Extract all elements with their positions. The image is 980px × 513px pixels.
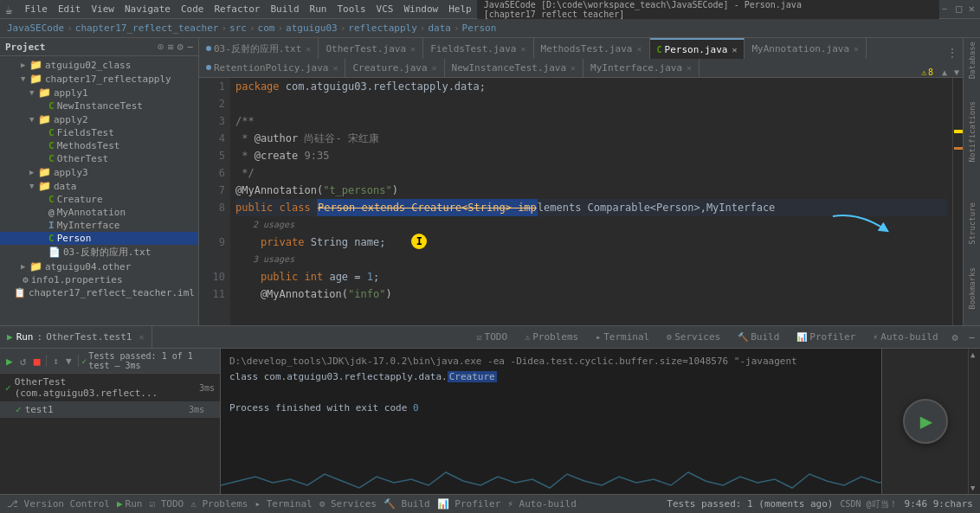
tab-close-icon[interactable]: ✕: [854, 44, 859, 54]
breadcrumb-reflectapply[interactable]: reflectapply: [348, 22, 416, 34]
bottom-tab-services[interactable]: ⚙ Services: [658, 326, 729, 349]
profiler-tab-status[interactable]: 📊 Profiler: [437, 498, 501, 510]
run-filter-btn[interactable]: ▼: [63, 355, 74, 368]
tree-item-othertest[interactable]: C OtherTest: [0, 152, 198, 165]
bottom-minimize-icon[interactable]: −: [964, 331, 980, 343]
tab-close-icon[interactable]: ✕: [410, 44, 416, 54]
menu-view[interactable]: View: [86, 3, 119, 15]
menu-refactor[interactable]: Refactor: [209, 3, 265, 15]
menu-build[interactable]: Build: [265, 3, 304, 15]
tree-item-myinterface[interactable]: I MyInterface: [0, 219, 198, 232]
big-play-button[interactable]: ▶: [903, 399, 948, 444]
menu-run[interactable]: Run: [305, 3, 332, 15]
run-sort-btn[interactable]: ↕: [50, 355, 61, 368]
bottom-tab-profiler[interactable]: 📊 Profiler: [788, 326, 864, 349]
right-sidebar-notifications[interactable]: Notifications: [968, 101, 977, 162]
run-stop-btn[interactable]: ■: [31, 354, 43, 369]
tab-myannotation[interactable]: MyAnnotation.java ✕: [745, 38, 867, 59]
bottom-tab-terminal[interactable]: ▸ Terminal: [587, 326, 658, 349]
tree-item-creature[interactable]: C Creature: [0, 193, 198, 206]
bottom-tab-build[interactable]: 🔨 Build: [729, 326, 788, 349]
build-tab-status[interactable]: 🔨 Build: [384, 498, 430, 510]
run-output[interactable]: D:\develop_tools\JDK\jdk-17.0.2\bin\java…: [221, 349, 881, 494]
sidebar-collapse-icon[interactable]: −: [187, 41, 193, 53]
tab-retentionpolicy[interactable]: RetentionPolicy.java ✕: [199, 59, 345, 77]
run-tab-status[interactable]: ▶ Run: [117, 498, 143, 510]
menu-navigate[interactable]: Navigate: [119, 3, 176, 15]
tab-close-icon[interactable]: ✕: [571, 63, 576, 73]
tab-othertest[interactable]: OtherTest.java ✕: [319, 38, 423, 59]
bottom-tab-todo[interactable]: ☑ TODO: [468, 326, 517, 349]
bottom-tab-autobuild[interactable]: ⚡ Auto-build: [864, 326, 946, 349]
test-item-othertest[interactable]: ✓ OtherTest (com.atguigu03.reflect... 3m…: [0, 374, 220, 401]
right-sidebar-bookmarks[interactable]: Bookmarks: [968, 267, 977, 310]
tab-myinterface[interactable]: MyInterface.java ✕: [583, 59, 700, 77]
tree-item-apply3[interactable]: ▶ 📁 apply3: [0, 165, 198, 179]
code-editor[interactable]: 1 2 3 4 5 6 7 8 . 9 . 10 11 package com.…: [199, 78, 963, 325]
tab-close-icon[interactable]: ✕: [306, 44, 311, 54]
tree-item-apply1[interactable]: ▼ 📁 apply1: [0, 86, 198, 99]
tree-item-methodstest[interactable]: C MethodsTest: [0, 139, 198, 152]
menu-vcs[interactable]: VCS: [371, 3, 399, 15]
scroll-down-icon[interactable]: ▼: [951, 67, 963, 77]
sidebar-layout-icon[interactable]: ≡: [167, 41, 173, 53]
breadcrumb-javasecode[interactable]: JavaSECode: [7, 22, 64, 34]
tree-item-person[interactable]: C Person: [0, 232, 198, 245]
tree-item-fieldstest[interactable]: C FieldsTest: [0, 126, 198, 139]
tab-newinstancetest[interactable]: NewInstanceTest.java ✕: [445, 59, 583, 77]
tree-item-iml[interactable]: 📋 chapter17_reflect_teacher.iml: [0, 286, 198, 299]
tab-creature[interactable]: Creature.java ✕: [345, 59, 444, 77]
sidebar-sync-icon[interactable]: ⊙: [158, 41, 164, 53]
scroll-up-icon[interactable]: ▲: [938, 67, 951, 77]
scroll-down-icon[interactable]: ▼: [970, 484, 978, 492]
todo-tab-status[interactable]: ☑ TODO: [149, 498, 184, 510]
tab-person-active[interactable]: C Person.java ✕: [650, 38, 745, 59]
scroll-up-icon[interactable]: ▲: [970, 350, 978, 359]
menu-tools[interactable]: Tools: [332, 3, 371, 15]
breadcrumb-data[interactable]: data: [428, 22, 451, 34]
sidebar-settings-icon[interactable]: ⚙: [177, 41, 184, 53]
menu-help[interactable]: Help: [443, 3, 477, 15]
tree-item-reflect-txt[interactable]: 📄 03-反射的应用.txt: [0, 245, 198, 260]
bottom-tab-problems[interactable]: ⚠ Problems: [516, 326, 587, 349]
breadcrumb-chapter[interactable]: chapter17_reflect_teacher: [75, 22, 219, 34]
tab-close-icon[interactable]: ✕: [687, 63, 692, 73]
problems-tab-status[interactable]: ⚠ Problems: [190, 498, 248, 510]
menu-code[interactable]: Code: [176, 3, 210, 15]
right-sidebar-database[interactable]: Database: [968, 42, 977, 79]
more-tabs-icon[interactable]: ⋮: [942, 47, 963, 59]
menu-file[interactable]: File: [19, 3, 53, 15]
test-item-test1[interactable]: ✓ test1 3ms: [0, 401, 220, 418]
run-play-btn[interactable]: ▶: [3, 354, 16, 369]
run-tab-close-icon[interactable]: ✕: [139, 332, 144, 342]
tab-reflect-txt[interactable]: 03-反射的应用.txt ✕: [199, 38, 319, 59]
tab-fieldstest[interactable]: FieldsTest.java ✕: [423, 38, 533, 59]
window-controls[interactable]: － □ ✕: [939, 2, 975, 16]
version-control-tab[interactable]: ⎇ Version Control: [7, 498, 110, 510]
breadcrumb-atguigu03[interactable]: atguigu03: [286, 22, 338, 34]
tab-close-icon[interactable]: ✕: [432, 63, 437, 73]
code-content[interactable]: package com.atguigu03.reflectapply.data;…: [230, 78, 952, 325]
tree-item-apply2[interactable]: ▼ 📁 apply2: [0, 112, 198, 126]
tab-close-icon[interactable]: ✕: [732, 45, 737, 55]
sidebar-controls[interactable]: ⊙ ≡ ⚙ −: [158, 41, 193, 53]
tab-close-icon[interactable]: ✕: [332, 63, 338, 73]
tab-close-icon[interactable]: ✕: [636, 44, 642, 54]
services-tab-status[interactable]: ⚙ Services: [319, 498, 377, 510]
tree-item-atguigu04[interactable]: ▶ 📁 atguigu04.other: [0, 260, 198, 273]
tree-item-atguigu02[interactable]: ▶ 📁 atguigu02_class: [0, 58, 198, 72]
tree-item-chapter17[interactable]: ▼ 📁 chapter17_reflectapply: [0, 72, 198, 86]
tree-item-data-folder[interactable]: ▼ 📁 data: [0, 179, 198, 193]
right-sidebar-structure[interactable]: Structure: [968, 202, 977, 245]
breadcrumb-com[interactable]: com: [258, 22, 275, 34]
breadcrumb-src[interactable]: src: [229, 22, 247, 34]
bottom-settings-icon[interactable]: ⚙: [947, 331, 964, 343]
menu-window[interactable]: Window: [398, 3, 443, 15]
tab-methodstest[interactable]: MethodsTest.java ✕: [534, 38, 650, 59]
tab-close-icon[interactable]: ✕: [520, 44, 525, 54]
tree-item-myannotation[interactable]: @ MyAnnotation: [0, 206, 198, 219]
breadcrumb-person[interactable]: Person: [462, 22, 497, 34]
run-rerun-btn[interactable]: ↺: [17, 354, 29, 369]
autobuild-tab-status[interactable]: ⚡ Auto-build: [507, 498, 576, 510]
tree-item-info1[interactable]: ⚙ info1.properties: [0, 273, 198, 286]
